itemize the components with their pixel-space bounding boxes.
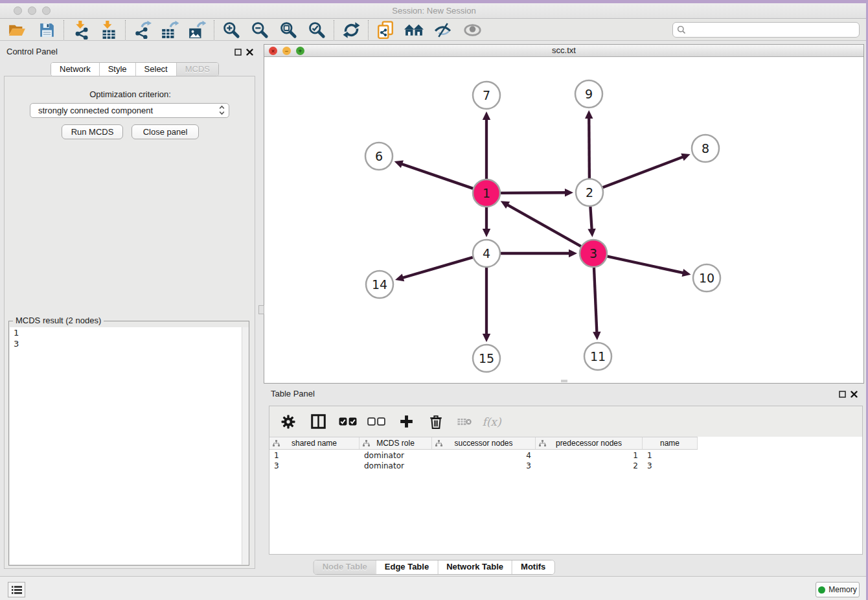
export-table-icon[interactable] xyxy=(158,20,181,40)
close-view-icon[interactable]: × xyxy=(269,47,277,55)
memory-button[interactable]: Memory xyxy=(816,582,860,597)
clone-network-icon[interactable] xyxy=(374,20,397,40)
table-row[interactable]: 1dominator411 xyxy=(269,450,862,461)
zoom-selected-icon[interactable] xyxy=(305,20,328,40)
export-image-icon[interactable] xyxy=(185,20,209,40)
edge-arrowhead-icon xyxy=(483,111,490,120)
tab-node-table[interactable]: Node Table xyxy=(314,560,376,574)
tab-style[interactable]: Style xyxy=(99,63,135,76)
network-canvas[interactable]: 7968124314101511 xyxy=(264,57,863,383)
toolbar-separator xyxy=(125,20,126,40)
tree-sort-icon xyxy=(273,440,280,449)
tab-network[interactable]: Network xyxy=(51,63,99,76)
zoom-fit-icon[interactable] xyxy=(277,20,300,40)
graph-edge-3-11[interactable] xyxy=(594,268,597,333)
graph-edge-2-9[interactable] xyxy=(589,117,589,178)
chevron-stepper-icon xyxy=(219,105,225,119)
result-scrollbar[interactable] xyxy=(242,327,249,564)
edge-arrowhead-icon xyxy=(585,110,593,119)
show-all-views-icon[interactable] xyxy=(402,20,426,40)
zoom-out-icon[interactable] xyxy=(248,20,271,40)
zoom-in-icon[interactable] xyxy=(220,20,243,40)
zoom-window-button[interactable] xyxy=(42,6,51,15)
tree-sort-icon xyxy=(363,440,370,449)
float-panel-icon[interactable] xyxy=(233,47,242,56)
control-panel-tabs: NetworkStyleSelectMCDS xyxy=(51,62,219,76)
tab-motifs[interactable]: Motifs xyxy=(512,560,554,574)
function-icon: f(x) xyxy=(479,411,504,433)
graph-edge-2-3[interactable] xyxy=(590,207,591,230)
graph-node-label: 7 xyxy=(483,88,490,102)
table-header-row: shared nameMCDS rolesuccessor nodesprede… xyxy=(269,437,698,450)
tree-sort-icon xyxy=(435,440,442,449)
graph-edge-4-14[interactable] xyxy=(402,257,473,278)
graph-edge-1-6[interactable] xyxy=(401,164,473,189)
tree-sort-icon xyxy=(539,440,546,449)
main-toolbar xyxy=(0,19,868,41)
criterion-dropdown[interactable]: strongly connected component xyxy=(30,103,229,118)
table-cell: dominator xyxy=(360,450,432,461)
export-network-icon[interactable] xyxy=(131,20,154,40)
columns-icon[interactable] xyxy=(306,411,330,433)
search-field[interactable] xyxy=(672,22,860,38)
run-mcds-button[interactable]: Run MCDS xyxy=(62,124,123,139)
mcds-result-list[interactable]: 13 xyxy=(10,327,248,564)
close-window-button[interactable] xyxy=(14,6,22,15)
memory-status-icon xyxy=(818,586,825,594)
column-header-shared-name[interactable]: shared name xyxy=(269,437,360,449)
toolbar-separator xyxy=(368,20,369,40)
minimize-window-button[interactable] xyxy=(28,6,36,15)
task-history-button[interactable] xyxy=(8,582,25,597)
import-table-icon[interactable] xyxy=(97,20,120,40)
tab-network-table[interactable]: Network Table xyxy=(437,560,512,574)
graph-edge-1-2[interactable] xyxy=(501,192,566,193)
float-table-panel-icon[interactable] xyxy=(838,389,847,398)
deselect-all-icon[interactable] xyxy=(364,411,389,433)
node-table: f(x) shared nameMCDS rolesuccessor nodes… xyxy=(269,406,863,555)
criterion-value: strongly connected component xyxy=(38,106,153,115)
network-window-titlebar[interactable]: × − + scc.txt xyxy=(264,45,863,57)
add-row-icon[interactable] xyxy=(394,411,418,433)
search-input[interactable] xyxy=(686,25,859,35)
hide-graphics-icon[interactable] xyxy=(431,20,454,40)
open-session-icon[interactable] xyxy=(5,20,29,40)
graph-edge-2-8[interactable] xyxy=(603,157,684,187)
tab-select[interactable]: Select xyxy=(135,63,176,76)
select-all-icon[interactable] xyxy=(336,411,360,433)
tab-mcds[interactable]: MCDS xyxy=(176,63,218,76)
edge-arrowhead-icon xyxy=(593,332,600,340)
graph-node-label: 14 xyxy=(372,277,387,292)
table-panel-title: Table Panel xyxy=(271,389,315,398)
close-table-panel-icon[interactable] xyxy=(849,389,858,398)
titlebar: Session: New Session xyxy=(0,3,868,19)
graph-node-label: 6 xyxy=(375,149,383,163)
column-header-MCDS-role[interactable]: MCDS role xyxy=(360,437,432,449)
edge-arrowhead-icon xyxy=(483,229,490,237)
maximize-view-icon[interactable]: + xyxy=(296,47,304,55)
graph-edge-3-1[interactable] xyxy=(507,205,580,247)
column-header-successor-nodes[interactable]: successor nodes xyxy=(432,437,536,449)
table-cell: 3 xyxy=(432,461,536,471)
graph-node-label: 8 xyxy=(702,141,709,156)
panel-splitter-handle[interactable] xyxy=(258,305,264,314)
column-header-predecessor-nodes[interactable]: predecessor nodes xyxy=(536,437,643,449)
close-panel-button[interactable]: Close panel xyxy=(131,124,199,139)
import-network-icon[interactable] xyxy=(69,20,93,40)
edge-arrowhead-icon xyxy=(394,160,404,168)
edge-arrowhead-icon xyxy=(569,249,577,257)
resize-grip[interactable] xyxy=(561,380,567,382)
tab-edge-table[interactable]: Edge Table xyxy=(376,560,437,574)
close-panel-icon[interactable] xyxy=(245,47,254,56)
table-tabs: Node TableEdge TableNetwork TableMotifs xyxy=(314,560,555,575)
memory-label: Memory xyxy=(828,585,856,594)
minimize-view-icon[interactable]: − xyxy=(282,47,291,55)
gear-icon[interactable] xyxy=(276,411,301,433)
column-header-name[interactable]: name xyxy=(643,437,698,449)
table-cell: 1 xyxy=(269,450,360,461)
graph-edge-3-10[interactable] xyxy=(607,257,683,273)
delete-row-icon[interactable] xyxy=(424,411,448,433)
apply-layout-icon[interactable] xyxy=(339,20,363,40)
table-row[interactable]: 3dominator323 xyxy=(269,461,862,471)
save-session-icon[interactable] xyxy=(35,20,58,40)
table-toolbar: f(x) xyxy=(269,406,862,437)
